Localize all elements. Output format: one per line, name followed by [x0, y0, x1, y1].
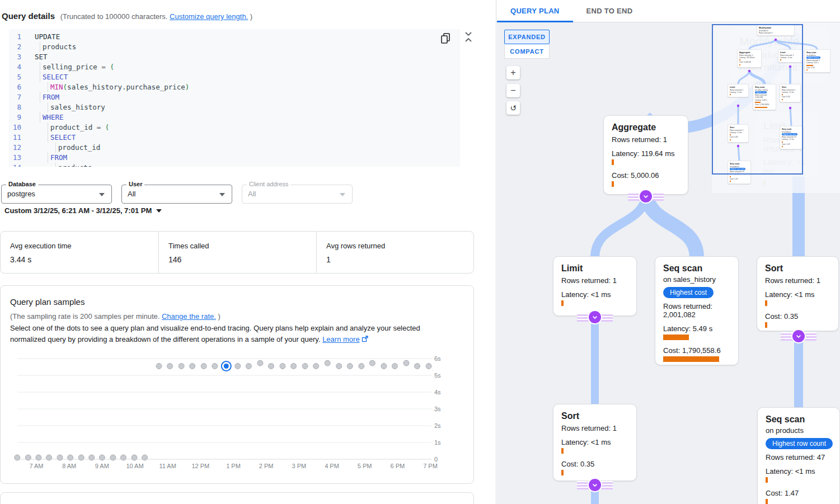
- query-sample-dot[interactable]: [359, 364, 364, 369]
- query-sample-dot[interactable]: [246, 364, 251, 369]
- query-sample-dot[interactable]: [68, 455, 73, 460]
- query-sample-dot[interactable]: [78, 455, 84, 460]
- zoom-reset-button[interactable]: ↺: [506, 101, 520, 115]
- cost-bar: [612, 181, 614, 187]
- customize-query-length-link[interactable]: Customize query length.: [170, 12, 248, 21]
- query-sample-dot[interactable]: [347, 364, 353, 369]
- query-sample-dot[interactable]: [392, 364, 397, 369]
- query-sample-dot[interactable]: [99, 455, 105, 460]
- query-sample-dot[interactable]: [89, 455, 95, 460]
- collapse-node-icon[interactable]: [792, 330, 805, 342]
- node-latency: Latency: <1 ms: [561, 290, 628, 299]
- panel-divider: [496, 0, 496, 504]
- query-sample-dot[interactable]: [57, 455, 63, 460]
- query-sample-dot[interactable]: [201, 364, 207, 369]
- query-sample-dot[interactable]: [426, 364, 431, 369]
- compact-button[interactable]: COMPACT: [504, 44, 550, 59]
- query-sample-dot[interactable]: [212, 364, 218, 369]
- query-sample-dot[interactable]: [156, 364, 162, 369]
- metrics-card: Avg execution time 3.44 s Times called 1…: [0, 231, 474, 274]
- line-number: 8: [9, 102, 21, 112]
- query-sample-dot[interactable]: [46, 455, 51, 460]
- y-axis-label: 2s: [434, 422, 441, 429]
- query-sample-dot[interactable]: [280, 364, 285, 369]
- change-rate-link[interactable]: Change the rate.: [162, 312, 216, 321]
- collapse-node-icon[interactable]: [640, 190, 652, 202]
- metric-value: 146: [168, 255, 316, 264]
- query-sample-dot[interactable]: [36, 455, 41, 460]
- code-line: 3SET: [9, 52, 460, 62]
- query-sample-dot[interactable]: [15, 455, 20, 460]
- query-sample-dot[interactable]: [268, 364, 274, 369]
- client-address-filter-label: Client address: [247, 181, 290, 187]
- query-sample-dot[interactable]: [120, 455, 126, 460]
- query-sample-dot[interactable]: [302, 364, 308, 369]
- node-title: Limit: [561, 263, 628, 274]
- node-title: Seq scan: [663, 263, 730, 274]
- collapse-node-icon[interactable]: [589, 311, 601, 323]
- external-link-icon: [362, 335, 368, 346]
- plan-node-seq-scan-products[interactable]: Seq scan on products Highest row count R…: [757, 407, 840, 504]
- query-sample-dot[interactable]: [381, 364, 387, 369]
- zoom-out-button[interactable]: −: [506, 84, 520, 97]
- query-sample-dot[interactable]: [132, 455, 137, 460]
- time-range-selector[interactable]: Custom 3/12/25, 6:21 AM - 3/12/25, 7:01 …: [4, 206, 162, 215]
- code-line: 14products: [9, 163, 460, 167]
- plan-node-limit[interactable]: Limit Rows returned: 1 Latency: <1 ms: [553, 256, 637, 316]
- node-cost: Cost: 5,000.06: [612, 171, 680, 180]
- learn-more-link[interactable]: Learn more: [322, 335, 359, 343]
- plan-node-aggregate[interactable]: Aggregate Rows returned: 1 Latency: 119.…: [603, 115, 688, 195]
- cost-bar: [561, 470, 564, 475]
- zoom-in-button[interactable]: +: [506, 66, 520, 79]
- rate-note-text: (The sampling rate is 200 samples per mi…: [10, 312, 159, 321]
- query-sample-dot[interactable]: [25, 455, 31, 460]
- sql-code-block[interactable]: 1UPDATE2products3SET4selling_price = (5S…: [9, 29, 460, 167]
- metric-value: 1: [326, 255, 473, 264]
- user-filter-label: User: [126, 181, 144, 187]
- minimap-viewport[interactable]: [712, 24, 803, 175]
- truncation-note-close: ): [250, 12, 252, 21]
- code-line: 8sales_history: [9, 102, 460, 112]
- collapse-node-icon[interactable]: [589, 479, 601, 491]
- node-cost: Cost: 1.47: [766, 489, 832, 497]
- node-rows: Rows returned: 47: [766, 453, 832, 461]
- minimap[interactable]: Modifytableon productsRows returned: 0Ag…: [712, 22, 840, 193]
- query-sample-dot[interactable]: [235, 364, 241, 369]
- query-details-header: Query details (Truncated to 100000 chara…: [2, 11, 252, 21]
- node-rows: Rows returned: 1: [765, 276, 830, 285]
- query-sample-dot[interactable]: [167, 364, 173, 369]
- query-sample-dot[interactable]: [369, 360, 375, 366]
- expanded-button[interactable]: EXPANDED: [504, 30, 550, 44]
- collapse-code-icon[interactable]: [462, 31, 475, 43]
- query-sample-dot[interactable]: [257, 360, 263, 366]
- query-sample-dot[interactable]: [142, 455, 148, 460]
- line-number: 3: [9, 52, 21, 62]
- line-number: 5: [9, 72, 21, 82]
- user-filter[interactable]: User All: [121, 185, 232, 204]
- query-sample-dot[interactable]: [190, 364, 195, 369]
- plan-node-seq-scan-sales-history[interactable]: Seq scan on sales_history Highest cost R…: [655, 256, 739, 365]
- latency-bar: [766, 477, 768, 483]
- query-sample-dot[interactable]: [415, 364, 420, 369]
- query-sample-dot[interactable]: [403, 360, 409, 366]
- query-sample-dot[interactable]: [325, 360, 330, 366]
- tab-end-to-end[interactable]: END TO END: [573, 0, 646, 22]
- tab-query-plan[interactable]: QUERY PLAN: [497, 0, 573, 22]
- query-plan-samples-card: Query plan samples (The sampling rate is…: [0, 285, 474, 484]
- database-filter[interactable]: Database postgres: [1, 185, 112, 204]
- query-sample-dot[interactable]: [313, 364, 319, 369]
- plan-tabbar: QUERY PLAN END TO END: [497, 0, 840, 22]
- query-sample-dot[interactable]: [291, 364, 297, 369]
- query-sample-dot[interactable]: [336, 364, 342, 369]
- line-number: 7: [9, 92, 21, 102]
- page-title: Query details: [2, 11, 55, 21]
- plan-node-sort-right[interactable]: Sort Rows returned: 1 Latency: <1 ms Cos…: [757, 256, 839, 331]
- plan-node-sort-bottom[interactable]: Sort Rows returned: 1 Latency: <1 ms Cos…: [553, 404, 637, 481]
- query-sample-dot[interactable]: [110, 455, 116, 460]
- query-sample-dot[interactable]: [179, 364, 184, 369]
- copy-icon[interactable]: [438, 31, 453, 46]
- cost-bar: [766, 499, 768, 504]
- line-number: 13: [9, 153, 21, 163]
- plan-canvas[interactable]: Modifytable on products Rows returned: 0…: [497, 22, 840, 504]
- code-line: 4selling_price = (: [9, 62, 460, 72]
